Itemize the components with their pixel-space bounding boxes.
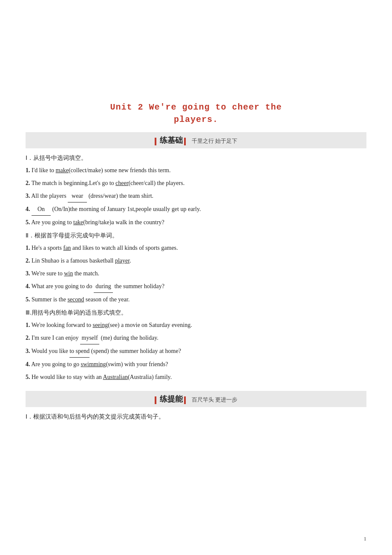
- s3-item5-answer: Australian: [103, 374, 128, 380]
- s3-item1-answer: seeing: [92, 322, 108, 328]
- s2-item3-after: the match.: [73, 270, 99, 277]
- s2-item2-before: Lin Shuhao is a famous basketball: [32, 257, 115, 264]
- s2-item5-after: season of the year.: [84, 296, 130, 303]
- item3-num: 3.: [26, 193, 30, 199]
- banner2-main-label: 练提能: [160, 395, 183, 403]
- section3-header: Ⅲ.用括号内所给单词的适当形式填空。: [26, 309, 366, 317]
- s2-item4-before: What are you going to do: [32, 283, 94, 289]
- section4-header: Ⅰ．根据汉语和句后括号内的英文提示完成英语句子。: [26, 413, 366, 421]
- title-line1: Unit 2 We're going to cheer the: [26, 102, 366, 112]
- s3-item1-middle: (see) a movie on Saturday evening.: [108, 322, 192, 328]
- s3-item5-before: He would like to stay with an: [32, 374, 103, 380]
- item1-answer: make: [56, 167, 69, 173]
- s2-item1-after: and likes to watch all kinds of sports g…: [71, 245, 178, 251]
- section1-item2: 2. The match is beginning.Let's go to ch…: [26, 177, 366, 189]
- section2-instruction: Ⅱ．根据首字母提示完成句中单词。: [26, 232, 118, 239]
- s2-item4-answer: during: [94, 280, 113, 293]
- s2-item5-before: Summer is the: [32, 296, 67, 303]
- s2-item3-answer: win: [64, 270, 73, 277]
- item3-text-middle: (dress/wear) the team shirt.: [87, 193, 153, 199]
- s2-item4-after: the summer holiday?: [113, 283, 164, 289]
- section4-instruction: Ⅰ．根据汉语和句后括号内的英文提示完成英语句子。: [26, 413, 164, 420]
- item5-num: 5.: [26, 219, 30, 225]
- s3-item2-middle: (me) during the holiday.: [99, 335, 159, 341]
- item5-text-before: Are you going to: [31, 219, 73, 225]
- item2-num: 2.: [26, 180, 30, 186]
- s3-item2-before: I'm sure I can enjoy: [32, 335, 80, 341]
- banner2-sub-label: 百尺竿头 更进一步: [192, 396, 237, 403]
- item4-answer: On: [32, 203, 51, 216]
- item1-text-before: I'd like to: [32, 167, 56, 173]
- item5-text-middle: (bring/take)a walk in the country?: [83, 219, 164, 225]
- s3-item1-num: 1.: [26, 322, 30, 328]
- item3-answer: wear: [68, 190, 87, 202]
- page-number: 1: [364, 535, 367, 542]
- s2-item2-answer: player: [115, 257, 130, 264]
- item2-answer: cheer: [115, 180, 128, 186]
- section3-item5: 5. He would like to stay with an Austral…: [26, 371, 366, 383]
- s2-item5-num: 5.: [26, 296, 30, 303]
- section3-instruction: Ⅲ.用括号内所给单词的适当形式填空。: [26, 309, 127, 316]
- s3-item4-num: 4.: [26, 361, 30, 367]
- s3-item3-before: Would you like: [32, 348, 69, 354]
- item1-num: 1.: [26, 167, 30, 173]
- s2-item1-before: He's a sports: [32, 245, 63, 251]
- item5-answer: take: [73, 219, 83, 225]
- s3-item5-num: 5.: [26, 374, 30, 380]
- section3-block: 1. We're looking forward to seeing(see) …: [26, 319, 366, 383]
- section1-item5: 5. Are you going to take(bring/take)a wa…: [26, 217, 366, 228]
- s2-item3-before: We're sure to: [32, 270, 64, 277]
- s2-item1-num: 1.: [26, 245, 30, 251]
- section2-item5: 5. Summer is the second season of the ye…: [26, 294, 366, 306]
- banner-bar-left: [155, 138, 156, 145]
- banner-lian-ti-neng: 练提能 百尺竿头 更进一步: [26, 391, 366, 407]
- s3-item1-before: We're looking forward to: [32, 322, 93, 328]
- section1-block: 1. I'd like to make(collect/make) some n…: [26, 165, 366, 228]
- s3-item2-num: 2.: [26, 335, 30, 341]
- s3-item4-middle: (swim) with your friends?: [106, 361, 168, 367]
- s2-item2-num: 2.: [26, 257, 30, 264]
- banner-main-label: 练基础: [160, 136, 183, 145]
- title-section: Unit 2 We're going to cheer the players.: [26, 102, 366, 124]
- item2-text-middle: (cheer/call) the players.: [128, 180, 184, 186]
- section3-item2: 2. I'm sure I can enjoy myself (me) duri…: [26, 332, 366, 344]
- section2-item3: 3. We're sure to win the match.: [26, 268, 366, 280]
- section1-instruction: Ⅰ．从括号中选词填空。: [26, 155, 87, 161]
- item2-text-before: The match is beginning.Let's go to: [32, 180, 115, 186]
- s2-item4-num: 4.: [26, 283, 30, 289]
- s2-item3-num: 3.: [26, 270, 30, 277]
- section3-item4: 4. Are you going to go swimming(swim) wi…: [26, 358, 366, 370]
- section2-item1: 1. He's a sports fan and likes to watch …: [26, 242, 366, 254]
- section1-item1: 1. I'd like to make(collect/make) some n…: [26, 165, 366, 176]
- s2-item2-after: .: [130, 257, 131, 264]
- item4-text-middle: (On/In)the morning of January 1st,people…: [51, 206, 201, 212]
- item3-text-before: All the players: [31, 193, 68, 199]
- section1-header: Ⅰ．从括号中选词填空。: [26, 154, 366, 162]
- s2-item5-answer: second: [67, 296, 84, 303]
- s3-item4-before: Are you going to go: [31, 361, 81, 367]
- s3-item4-answer: swimming: [81, 361, 106, 367]
- s3-item3-answer: to spend: [69, 345, 89, 358]
- banner2-bar-left: [155, 396, 156, 404]
- section2-item4: 4. What are you going to do during the s…: [26, 280, 366, 293]
- s3-item3-num: 3.: [26, 348, 30, 354]
- section2-item2: 2. Lin Shuhao is a famous basketball pla…: [26, 255, 366, 267]
- section2-block: 1. He's a sports fan and likes to watch …: [26, 242, 366, 306]
- section1-item3: 3. All the players wear (dress/wear) the…: [26, 190, 366, 202]
- section3-item1: 1. We're looking forward to seeing(see) …: [26, 319, 366, 331]
- banner-bar-right: [184, 138, 186, 145]
- banner2-bar-right: [184, 396, 186, 404]
- item1-text-middle: (collect/make) some new friends this ter…: [69, 167, 170, 173]
- s3-item5-middle: (Australia) family.: [128, 374, 172, 380]
- section1-item4: 4. On (On/In)the morning of January 1st,…: [26, 203, 366, 216]
- s3-item3-middle: (spend) the summer holiday at home?: [89, 348, 181, 354]
- section2-header: Ⅱ．根据首字母提示完成句中单词。: [26, 232, 366, 240]
- s3-item2-answer: myself: [80, 332, 99, 344]
- section3-item3: 3. Would you like to spend (spend) the s…: [26, 345, 366, 358]
- banner-sub-label: 千里之行 始于足下: [192, 138, 237, 144]
- banner-lian-ji-chu: 练基础 千里之行 始于足下: [26, 132, 366, 148]
- s2-item1-answer: fan: [63, 245, 71, 251]
- item4-num: 4.: [26, 206, 30, 212]
- title-line2: players.: [26, 115, 366, 124]
